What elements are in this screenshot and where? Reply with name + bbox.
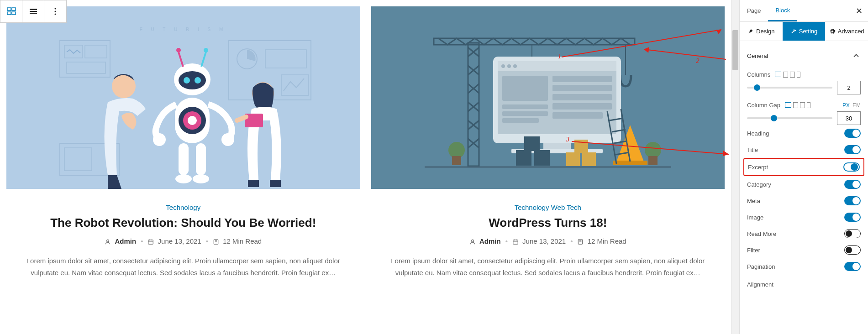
post-title[interactable]: The Robot Revolution: Should You Be Worr… [11, 216, 356, 230]
subtab-setting[interactable]: Setting [783, 22, 826, 41]
svg-rect-6 [30, 13, 37, 14]
svg-rect-89 [452, 156, 461, 165]
tab-page[interactable]: Page [740, 0, 768, 21]
readtime-meta: 12 Min Read [213, 237, 262, 245]
toggle-heading-label: Heading [747, 130, 769, 137]
panel-title: General [747, 52, 768, 59]
subtab-advanced[interactable]: Advanced [825, 22, 868, 41]
toggle-heading-switch[interactable] [844, 129, 861, 138]
unit-px[interactable]: PX [842, 102, 850, 109]
svg-point-63 [513, 64, 517, 68]
toggle-meta-label: Meta [747, 198, 760, 204]
panel-header-general[interactable]: General [747, 47, 861, 64]
svg-rect-43 [248, 180, 259, 187]
column-gap-input[interactable] [837, 111, 861, 125]
post-title[interactable]: WordPress Turns 18! [376, 216, 721, 230]
alignment-row: Alignment [747, 275, 861, 291]
toggle-meta-switch[interactable] [844, 196, 861, 205]
responsive-device-icons[interactable] [785, 102, 810, 108]
block-subtabs: Design Setting Advanced [740, 22, 868, 41]
more-options-button[interactable] [44, 0, 66, 22]
svg-rect-68 [552, 76, 612, 82]
scrollbar-thumb[interactable] [732, 30, 738, 70]
toggle-read-more-switch[interactable] [844, 229, 861, 238]
desktop-icon[interactable] [785, 102, 791, 108]
subtab-setting-label: Setting [799, 28, 817, 35]
columns-label: Columns [747, 71, 770, 78]
toggle-title: Title [747, 141, 861, 158]
unit-em[interactable]: EM [852, 102, 861, 109]
post-card: F U T U R I S M [6, 6, 360, 328]
svg-point-25 [184, 77, 190, 84]
unit-toggle: PX EM [842, 102, 861, 109]
author-name: Admin [115, 237, 136, 245]
svg-point-30 [204, 48, 208, 52]
meta-separator: • [206, 237, 208, 245]
align-button[interactable] [22, 0, 44, 22]
editor-canvas: F U T U R I S M [0, 0, 731, 334]
annotation-number-1: 1 [558, 53, 561, 60]
svg-rect-94 [513, 240, 518, 244]
pin-icon [747, 28, 754, 35]
svg-rect-73 [543, 143, 571, 149]
post-category[interactable]: Technology Web Tech [376, 204, 721, 211]
column-gap-label-wrap: Column Gap [747, 102, 810, 109]
meta-separator: • [570, 237, 573, 245]
mobile-icon[interactable] [807, 102, 810, 108]
svg-point-28 [176, 48, 181, 52]
block-toolbar [0, 0, 67, 23]
svg-rect-69 [552, 85, 612, 91]
svg-point-61 [501, 64, 505, 68]
subtab-design-label: Design [756, 28, 774, 35]
tablet-icon[interactable] [783, 72, 788, 78]
slider-track[interactable] [747, 117, 832, 119]
responsive-device-icons[interactable] [775, 72, 800, 78]
tab-block[interactable]: Block [768, 0, 797, 21]
svg-rect-4 [30, 9, 37, 10]
svg-rect-71 [552, 103, 612, 110]
toggle-excerpt-switch[interactable] [843, 162, 860, 172]
toggle-category-label: Category [747, 181, 771, 188]
readtime-meta: 12 Min Read [577, 237, 626, 245]
slider-thumb[interactable] [771, 115, 777, 121]
toggle-category: Category [747, 176, 861, 193]
toggle-pagination: Pagination [747, 258, 861, 275]
block-icon-button[interactable] [0, 0, 22, 22]
vertical-scrollbar[interactable] [731, 0, 739, 334]
column-gap-label: Column Gap [747, 102, 780, 109]
svg-point-39 [175, 174, 192, 183]
svg-point-26 [195, 77, 201, 84]
svg-rect-86 [582, 152, 596, 166]
svg-point-34 [188, 116, 197, 125]
toggle-filter-switch[interactable] [844, 245, 861, 255]
settings-sidebar: Page Block ✕ Design Setting Advanced Gen… [739, 0, 868, 334]
columns-input[interactable] [837, 81, 861, 94]
tablet-icon[interactable] [793, 102, 798, 108]
subtab-design[interactable]: Design [740, 22, 783, 41]
columns-control: Columns [747, 71, 861, 78]
toggle-image-switch[interactable] [844, 213, 861, 222]
toggle-pagination-switch[interactable] [844, 262, 861, 271]
tablet-landscape-icon[interactable] [800, 102, 805, 108]
tablet-landscape-icon[interactable] [790, 72, 795, 78]
svg-point-45 [107, 240, 109, 242]
date-text: June 13, 2021 [158, 237, 201, 245]
svg-rect-67 [502, 118, 539, 123]
toggle-filter-label: Filter [747, 247, 760, 254]
post-category[interactable]: Technology [11, 204, 356, 211]
chevron-up-icon [852, 51, 861, 60]
toggle-category-switch[interactable] [844, 180, 861, 189]
toggle-title-label: Title [747, 146, 758, 153]
desktop-icon[interactable] [775, 72, 781, 77]
date-text: June 13, 2021 [522, 237, 566, 245]
toggle-excerpt: Excerpt [743, 158, 864, 176]
svg-rect-46 [148, 240, 153, 244]
svg-rect-65 [502, 104, 548, 109]
mobile-icon[interactable] [797, 72, 800, 78]
close-sidebar-button[interactable]: ✕ [856, 6, 863, 16]
toggle-title-switch[interactable] [844, 145, 861, 154]
slider-track[interactable] [747, 87, 832, 89]
toggle-meta: Meta [747, 193, 861, 209]
slider-thumb[interactable] [754, 84, 760, 91]
svg-point-8 [55, 11, 56, 12]
